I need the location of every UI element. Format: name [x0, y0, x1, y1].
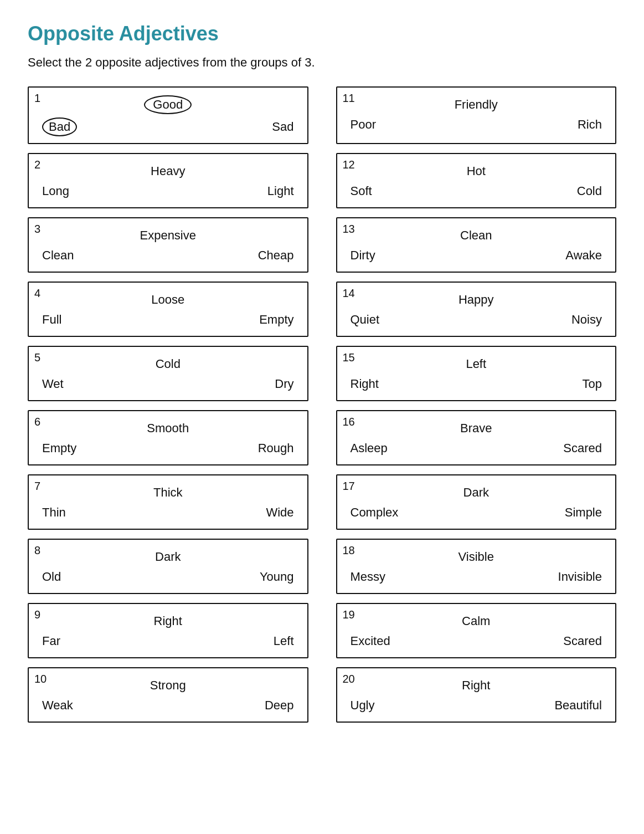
card-top-word: Dark: [37, 545, 300, 566]
card-left-word: Weak: [42, 698, 73, 713]
card-item-10: 10StrongWeakDeep: [28, 667, 308, 723]
card-top-word: Expensive: [37, 224, 300, 245]
card-top-word: Right: [37, 610, 300, 631]
card-item-18: 18VisibleMessyInvisible: [336, 539, 617, 594]
card-number: 1: [34, 92, 40, 105]
card-top-word: Clean: [345, 224, 608, 245]
card-right-word: Scared: [563, 441, 602, 456]
card-left-word: Empty: [42, 441, 76, 456]
card-right-word: Deep: [265, 698, 294, 713]
card-number: 20: [343, 673, 355, 685]
card-number: 6: [34, 416, 40, 428]
card-top-word: Cold: [37, 352, 300, 373]
card-left-word: Thin: [42, 505, 66, 520]
card-item-1: 1GoodBadSad: [28, 86, 308, 144]
card-right-word: Top: [583, 377, 602, 391]
card-bottom-words: EmptyRough: [37, 438, 300, 456]
card-left-word: Dirty: [351, 248, 375, 263]
card-item-7: 7ThickThinWide: [28, 474, 308, 530]
adjectives-grid: 1GoodBadSad11FriendlyPoorRich2HeavyLongL…: [28, 86, 616, 723]
card-bottom-words: FarLeft: [37, 631, 300, 648]
card-item-3: 3ExpensiveCleanCheap: [28, 217, 308, 273]
card-top-word: Dark: [345, 481, 608, 502]
card-bottom-words: ComplexSimple: [345, 502, 608, 520]
card-top-word: Heavy: [37, 160, 300, 181]
card-bottom-words: FullEmpty: [37, 309, 300, 327]
card-right-word: Rich: [578, 117, 602, 132]
card-top-word: Friendly: [345, 93, 608, 114]
card-bottom-words: UglyBeautiful: [345, 695, 608, 713]
card-right-word: Wide: [266, 505, 293, 520]
card-bottom-words: SoftCold: [345, 181, 608, 198]
card-right-word: Dry: [275, 377, 293, 391]
card-top-word: Good: [37, 93, 300, 114]
card-top-word: Calm: [345, 610, 608, 631]
card-number: 3: [34, 223, 40, 236]
page-title: Opposite Adjectives: [28, 22, 616, 45]
card-top-word: Happy: [345, 288, 608, 309]
card-number: 18: [343, 544, 355, 557]
card-left-word: Soft: [351, 184, 372, 198]
card-left-word: Ugly: [351, 698, 375, 713]
card-top-word: Right: [345, 674, 608, 695]
card-bottom-words: MessyInvisible: [345, 566, 608, 584]
card-left-word: Excited: [351, 634, 390, 648]
card-item-8: 8DarkOldYoung: [28, 539, 308, 594]
card-number: 4: [34, 287, 40, 300]
card-item-20: 20RightUglyBeautiful: [336, 667, 617, 723]
card-bottom-words: ThinWide: [37, 502, 300, 520]
card-right-word: Light: [267, 184, 294, 198]
card-right-word: Left: [274, 634, 294, 648]
card-bottom-words: QuietNoisy: [345, 309, 608, 327]
card-number: 8: [34, 544, 40, 557]
card-right-word: Invisible: [558, 570, 602, 584]
card-bottom-words: BadSad: [37, 114, 300, 136]
card-item-2: 2HeavyLongLight: [28, 153, 308, 208]
card-number: 5: [34, 351, 40, 364]
card-bottom-words: ExcitedScared: [345, 631, 608, 648]
card-item-5: 5ColdWetDry: [28, 346, 308, 401]
card-right-word: Noisy: [571, 313, 602, 327]
card-right-word: Empty: [259, 313, 293, 327]
card-item-6: 6SmoothEmptyRough: [28, 410, 308, 465]
card-right-word: Cold: [577, 184, 602, 198]
card-number: 16: [343, 416, 355, 428]
card-top-word: Brave: [345, 417, 608, 438]
card-left-word: Far: [42, 634, 60, 648]
card-number: 14: [343, 287, 355, 300]
card-top-word: Loose: [37, 288, 300, 309]
card-right-word: Beautiful: [554, 698, 602, 713]
card-left-word: Wet: [42, 377, 64, 391]
card-right-word: Awake: [565, 248, 602, 263]
card-bottom-words: PoorRich: [345, 114, 608, 132]
card-right-word: Young: [260, 570, 294, 584]
card-bottom-words: OldYoung: [37, 566, 300, 584]
card-bottom-words: WeakDeep: [37, 695, 300, 713]
card-bottom-words: WetDry: [37, 373, 300, 391]
card-right-word: Simple: [565, 505, 602, 520]
card-bottom-words: CleanCheap: [37, 245, 300, 263]
card-top-word: Left: [345, 352, 608, 373]
card-item-14: 14HappyQuietNoisy: [336, 282, 617, 337]
card-number: 19: [343, 608, 355, 621]
card-bottom-words: LongLight: [37, 181, 300, 198]
card-number: 7: [34, 480, 40, 493]
card-item-11: 11FriendlyPoorRich: [336, 86, 617, 144]
card-right-word: Sad: [272, 120, 293, 134]
card-number: 15: [343, 351, 355, 364]
card-left-word: Full: [42, 313, 61, 327]
card-left-word: Right: [351, 377, 379, 391]
subtitle: Select the 2 opposite adjectives from th…: [28, 55, 616, 70]
card-item-4: 4LooseFullEmpty: [28, 282, 308, 337]
card-bottom-words: RightTop: [345, 373, 608, 391]
card-number: 13: [343, 223, 355, 236]
card-top-word: Visible: [345, 545, 608, 566]
card-left-word: Asleep: [351, 441, 388, 456]
card-left-word: Complex: [351, 505, 399, 520]
card-bottom-words: AsleepScared: [345, 438, 608, 456]
card-top-word: Smooth: [37, 417, 300, 438]
card-right-word: Rough: [258, 441, 294, 456]
card-number: 10: [34, 673, 47, 685]
card-right-word: Cheap: [258, 248, 294, 263]
card-item-17: 17DarkComplexSimple: [336, 474, 617, 530]
